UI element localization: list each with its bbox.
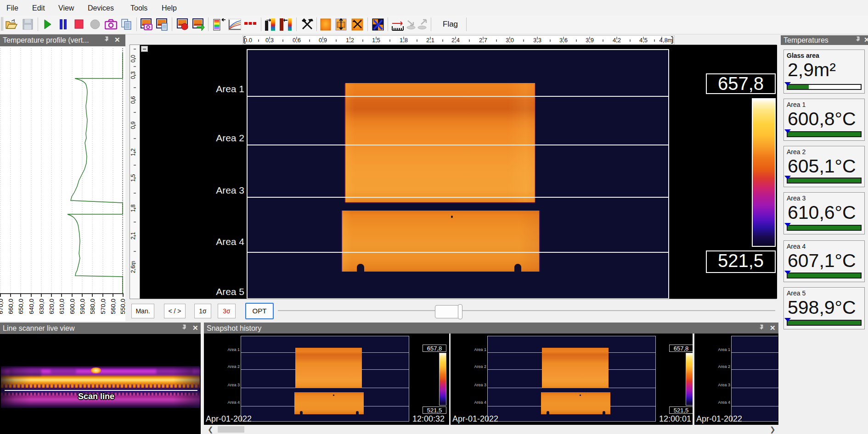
svg-text:620,0: 620,0	[48, 299, 55, 314]
svg-text:600,0: 600,0	[69, 299, 76, 314]
svg-text:660,0: 660,0	[7, 299, 14, 314]
svg-text:550,0: 550,0	[119, 299, 125, 314]
svg-text:2,1: 2,1	[426, 37, 434, 44]
svg-text:610,0: 610,0	[58, 299, 65, 314]
svg-text:2,4: 2,4	[451, 37, 460, 44]
svg-text:580,0: 580,0	[89, 299, 96, 314]
svg-text:0.0: 0.0	[244, 37, 252, 44]
svg-text:4,2: 4,2	[613, 37, 621, 44]
svg-text:560,0: 560,0	[110, 299, 117, 314]
svg-text:4,8m: 4,8m	[659, 37, 673, 44]
svg-text:0,6: 0,6	[293, 37, 301, 44]
svg-text:2,7: 2,7	[479, 37, 487, 44]
svg-text:570,0: 570,0	[100, 299, 107, 314]
svg-text:3,0: 3,0	[506, 37, 514, 44]
svg-text:3,6: 3,6	[559, 37, 568, 44]
svg-text:630,0: 630,0	[38, 299, 45, 314]
svg-text:4,5: 4,5	[639, 37, 648, 44]
svg-text:2,6m: 2,6m	[130, 261, 136, 273]
svg-text:650,0: 650,0	[17, 299, 24, 314]
svg-text:590,0: 590,0	[79, 299, 86, 314]
svg-text:640,0: 640,0	[28, 299, 35, 314]
svg-text:3,9: 3,9	[586, 37, 594, 44]
svg-text:0,9: 0,9	[319, 37, 327, 44]
svg-text:670,0: 670,0	[0, 299, 4, 314]
svg-text:3,3: 3,3	[533, 37, 541, 44]
svg-text:1,2: 1,2	[346, 37, 354, 44]
svg-text:0,3: 0,3	[265, 37, 274, 44]
svg-text:1,5: 1,5	[372, 37, 380, 44]
svg-text:1,8: 1,8	[400, 37, 408, 44]
